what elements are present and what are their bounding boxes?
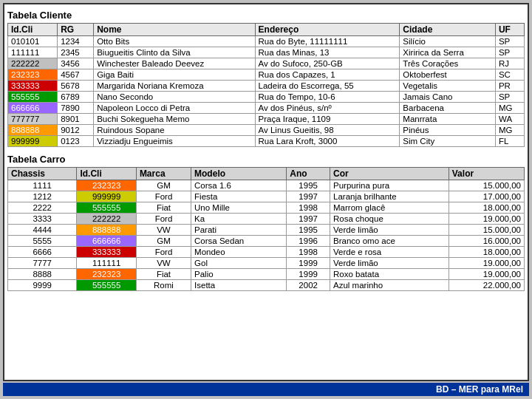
- cell-cor: Purpurina pura: [330, 180, 449, 191]
- table-row: 6666333333FordMondeo1998Verde e rosa18.0…: [8, 247, 525, 258]
- table-row: 2222555555FiatUno Mille1998Marrom glacê1…: [8, 202, 525, 214]
- table-row: 2222223456Winchester Baleado DeevezAv do…: [8, 58, 525, 69]
- cell-chassis: 2222: [8, 202, 77, 214]
- cell-marca: VW: [136, 225, 191, 236]
- cell-rg: 3456: [58, 58, 94, 69]
- cell-rg: 0123: [58, 136, 94, 147]
- cell-ano: 1995: [287, 180, 330, 191]
- cell-car-idcli: 999999: [77, 191, 136, 202]
- cell-cidade: Oktoberfest: [400, 69, 496, 81]
- cell-idcli: 888888: [8, 125, 58, 136]
- tabela-carro: Chassis Id.Cli Marca Modelo Ano Cor Valo…: [7, 167, 525, 291]
- cell-rg: 6789: [58, 92, 94, 103]
- cell-valor: 18.000,00: [449, 202, 524, 214]
- cell-cidade: Três Corações: [400, 58, 496, 69]
- cell-ano: 2002: [287, 280, 330, 291]
- cell-cidade: Manrrata: [400, 114, 496, 125]
- cell-marca: GM: [136, 236, 191, 247]
- cell-ano: 1998: [287, 247, 330, 258]
- main-container: Tabela Cliente Id.Cli RG Nome Endereço C…: [3, 3, 529, 381]
- cell-cor: Rosa choque: [330, 214, 449, 225]
- cell-car-idcli: 232323: [77, 180, 136, 191]
- cell-cor: Verde limão: [330, 258, 449, 269]
- col-modelo: Modelo: [191, 168, 287, 180]
- cell-marca: GM: [136, 180, 191, 191]
- cell-idcli: 010101: [8, 36, 58, 47]
- cell-valor: 15.000,00: [449, 180, 524, 191]
- cell-modelo: Palio: [191, 269, 287, 280]
- cell-valor: 22.000,00: [449, 280, 524, 291]
- cell-chassis: 1111: [8, 180, 77, 191]
- cell-cor: Roxo batata: [330, 269, 449, 280]
- col-rg: RG: [58, 24, 94, 36]
- cell-valor: 18.000,00: [449, 247, 524, 258]
- cell-modelo: Corsa Sedan: [191, 236, 287, 247]
- table-row: 6666667890Napoleon Locco di PetraAv dos …: [8, 103, 525, 114]
- col-uf: UF: [495, 24, 524, 36]
- cell-marca: Ford: [136, 247, 191, 258]
- cell-valor: 15.000,00: [449, 225, 524, 236]
- cell-cor: Branco omo ace: [330, 236, 449, 247]
- cell-chassis: 5555: [8, 236, 77, 247]
- table-row: 3333222222FordKa1997Rosa choque19.000,00: [8, 214, 525, 225]
- cell-uf: SP: [495, 92, 524, 103]
- cell-ano: 1995: [287, 225, 330, 236]
- table-row: 7777778901Buchi Sokegueha MemoPraça Iraq…: [8, 114, 525, 125]
- cell-nome: Winchester Baleado Deevez: [94, 58, 255, 69]
- cell-idcli: 333333: [8, 81, 58, 92]
- tabela-cliente: Id.Cli RG Nome Endereço Cidade UF 010101…: [7, 23, 525, 147]
- cell-nome: Nano Secondo: [94, 92, 255, 103]
- cell-endereco: Ladeira do Escorrega, 55: [255, 81, 400, 92]
- cell-chassis: 3333: [8, 214, 77, 225]
- table-row: 2323234567Giga BaitiRua dos Capazes, 1Ok…: [8, 69, 525, 81]
- cell-chassis: 6666: [8, 247, 77, 258]
- cell-cor: Verde e rosa: [330, 247, 449, 258]
- tabela-carro-section: Tabela Carro Chassis Id.Cli Marca Modelo…: [7, 151, 525, 377]
- cell-chassis: 1212: [8, 191, 77, 202]
- cell-modelo: Gol: [191, 258, 287, 269]
- table-row: 5555556789Nano SecondoRua do Tempo, 10-6…: [8, 92, 525, 103]
- cell-ano: 1999: [287, 269, 330, 280]
- cell-modelo: Mondeo: [191, 247, 287, 258]
- cell-rg: 7890: [58, 103, 94, 114]
- cell-car-idcli: 555555: [77, 202, 136, 214]
- cell-cor: Marrom glacê: [330, 202, 449, 214]
- cell-idcli: 111111: [8, 47, 58, 58]
- cell-modelo: Uno Mille: [191, 202, 287, 214]
- cell-car-idcli: 111111: [77, 258, 136, 269]
- cell-marca: Romi: [136, 280, 191, 291]
- cell-uf: RJ: [495, 58, 524, 69]
- cell-nome: Vizziadju Engueimis: [94, 136, 255, 147]
- cell-endereco: Av Linus Gueitis, 98: [255, 125, 400, 136]
- cell-cor: Laranja brilhante: [330, 191, 449, 202]
- cell-modelo: Isetta: [191, 280, 287, 291]
- cell-nome: Napoleon Locco di Petra: [94, 103, 255, 114]
- table-row: 1212999999FordFiesta1997Laranja brilhant…: [8, 191, 525, 202]
- table-row: 3333335678Margarida Noriana KremozaLadei…: [8, 81, 525, 92]
- col-endereco: Endereço: [255, 24, 400, 36]
- cell-uf: FL: [495, 136, 524, 147]
- cell-ano: 1997: [287, 214, 330, 225]
- cell-rg: 1234: [58, 36, 94, 47]
- cell-cidade: Vegetalis: [400, 81, 496, 92]
- cell-chassis: 9999: [8, 280, 77, 291]
- table-row: 9999990123Vizziadju EngueimisRua Lara Kr…: [8, 136, 525, 147]
- cell-uf: WA: [495, 114, 524, 125]
- table-row: 9999555555RomiIsetta2002Azul marinho22.0…: [8, 280, 525, 291]
- cell-cidade: Sim City: [400, 136, 496, 147]
- cell-nome: Margarida Noriana Kremoza: [94, 81, 255, 92]
- cell-ano: 1998: [287, 202, 330, 214]
- col-nome: Nome: [94, 24, 255, 36]
- table-row: 4444888888VWParati1995Verde limão15.000,…: [8, 225, 525, 236]
- cell-modelo: Corsa 1.6: [191, 180, 287, 191]
- cell-chassis: 8888: [8, 269, 77, 280]
- cell-ano: 1997: [287, 191, 330, 202]
- cell-marca: Fiat: [136, 269, 191, 280]
- cell-cidade: Pinéus: [400, 125, 496, 136]
- cell-cidade: Xiririca da Serra: [400, 47, 496, 58]
- table-row: 8888232323FiatPalio1999Roxo batata19.000…: [8, 269, 525, 280]
- cell-endereco: Rua das Minas, 13: [255, 47, 400, 58]
- col-valor: Valor: [449, 168, 524, 180]
- cell-car-idcli: 666666: [77, 236, 136, 247]
- cell-rg: 8901: [58, 114, 94, 125]
